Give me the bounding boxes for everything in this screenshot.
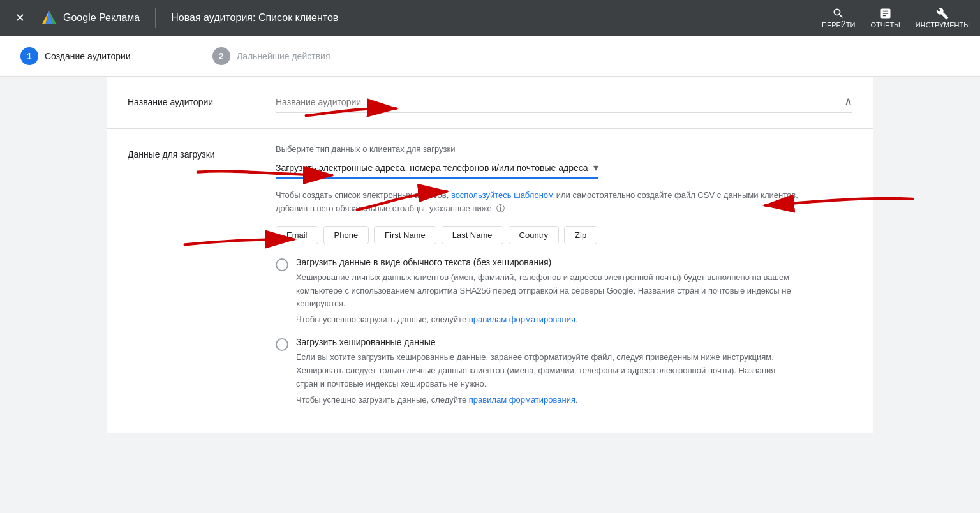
- nav-tools-button[interactable]: ИНСТРУМЕНТЫ: [916, 7, 970, 29]
- data-upload-section: Данные для загрузки Выберите тип данных …: [107, 129, 873, 433]
- step-1-label: Создание аудитории: [45, 51, 131, 61]
- formatting-rules-link-2[interactable]: правилам форматирования: [469, 395, 575, 405]
- tag-lastname: Last Name: [442, 226, 503, 244]
- radio-option-hashed: Загрузить хешированные данные Если вы хо…: [276, 337, 852, 404]
- data-upload-content: Выберите тип данных о клиентах для загру…: [276, 144, 852, 417]
- nav-reports-label: ОТЧЕТЫ: [870, 21, 900, 29]
- radio-option-plaintext: Загрузить данные в виде обычного текста …: [276, 257, 852, 324]
- formatting-rules-link-1[interactable]: правилам форматирования: [469, 315, 575, 324]
- tag-phone: Phone: [323, 226, 369, 244]
- tag-email: Email: [276, 226, 318, 244]
- audience-name-field-container: [276, 92, 852, 113]
- reports-icon: [879, 7, 892, 20]
- nav-goto-label: ПЕРЕЙТИ: [822, 21, 855, 29]
- nav-tools-label: ИНСТРУМЕНТЫ: [916, 21, 970, 29]
- search-icon: [832, 7, 845, 20]
- radio-plaintext-title: Загрузить данные в виде обычного текста …: [296, 257, 794, 267]
- tag-zip: Zip: [564, 226, 597, 244]
- step-connector: [146, 56, 197, 56]
- audience-name-section: Название аудитории ∧: [107, 77, 873, 129]
- close-button[interactable]: ✕: [10, 8, 30, 27]
- page-title: Новая аудитория: Список клиентов: [171, 12, 338, 24]
- logo: Google Реклама: [40, 9, 140, 27]
- nav-actions: ПЕРЕЙТИ ОТЧЕТЫ ИНСТРУМЕНТЫ: [822, 7, 970, 29]
- step-2: 2 Дальнейшие действия: [212, 47, 330, 65]
- info-text-block: Чтобы создать список электронных адресов…: [276, 189, 799, 216]
- step-1-circle: 1: [20, 47, 38, 65]
- info-text-before: Чтобы создать список электронных адресов…: [276, 190, 451, 200]
- data-type-hint: Выберите тип данных о клиентах для загру…: [276, 144, 852, 154]
- nav-goto-button[interactable]: ПЕРЕЙТИ: [822, 7, 855, 29]
- tag-country: Country: [509, 226, 560, 244]
- main-content: Название аудитории ∧ Данные для загрузки…: [107, 77, 873, 433]
- wrench-icon: [936, 7, 949, 20]
- radio-plaintext-content: Загрузить данные в виде обычного текста …: [296, 257, 794, 324]
- nav-divider: [155, 8, 156, 28]
- dropdown-selected-text: Загрузить электронные адреса, номера тел…: [276, 163, 588, 173]
- data-type-dropdown[interactable]: Загрузить электронные адреса, номера тел…: [276, 161, 598, 179]
- nav-reports-button[interactable]: ОТЧЕТЫ: [870, 7, 900, 29]
- column-tags-list: Email Phone First Name Last Name Country…: [276, 226, 852, 244]
- audience-name-input[interactable]: [276, 92, 852, 113]
- radio-plaintext-input[interactable]: [276, 258, 288, 271]
- step-2-label: Дальнейшие действия: [237, 51, 330, 61]
- top-navigation: ✕ Google Реклама Новая аудитория: Список…: [0, 0, 980, 36]
- template-link[interactable]: воспользуйтесь шаблоном: [451, 190, 554, 200]
- brand-name: Google Реклама: [63, 12, 140, 24]
- audience-name-field-label: Название аудитории: [128, 92, 255, 113]
- radio-hashed-input[interactable]: [276, 338, 288, 351]
- collapse-icon[interactable]: ∧: [844, 94, 852, 108]
- step-1: 1 Создание аудитории: [20, 47, 131, 65]
- data-upload-label: Данные для загрузки: [128, 144, 255, 417]
- radio-hashed-desc: Если вы хотите загрузить хешированные да…: [296, 351, 794, 390]
- dropdown-arrow-icon: ▾: [593, 161, 598, 174]
- step-2-circle: 2: [212, 47, 230, 65]
- radio-hashed-title: Загрузить хешированные данные: [296, 337, 794, 347]
- radio-hashed-link-text: Чтобы успешно загрузить данные, следуйте…: [296, 395, 794, 405]
- radio-plaintext-desc: Хеширование личных данных клиентов (имен…: [296, 271, 794, 311]
- help-icon: ⓘ: [496, 204, 505, 213]
- radio-plaintext-link-text: Чтобы успешно загрузить данные, следуйте…: [296, 315, 794, 324]
- stepper: 1 Создание аудитории 2 Дальнейшие действ…: [0, 36, 980, 77]
- google-ads-logo-icon: [40, 9, 58, 27]
- radio-hashed-content: Загрузить хешированные данные Если вы хо…: [296, 337, 794, 404]
- tag-firstname: First Name: [374, 226, 436, 244]
